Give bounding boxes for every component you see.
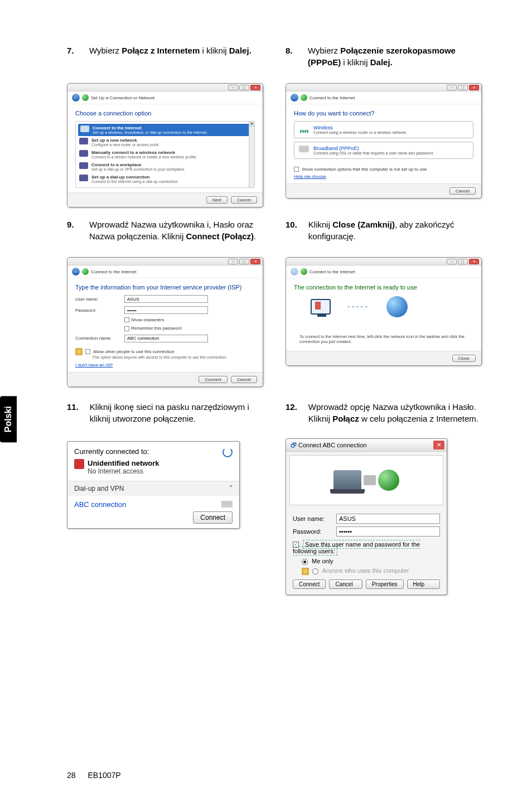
maximize-button[interactable]: ▢ xyxy=(239,85,249,90)
setup-connection-dialog: — ▢ ✕ ← Set Up a Connection or Network C… xyxy=(67,83,263,207)
close-button[interactable]: ✕ xyxy=(469,85,479,90)
network-icon xyxy=(74,459,84,469)
option-workplace[interactable]: Connect to a workplaceSet up a dial-up o… xyxy=(78,161,252,173)
step-number: 7. xyxy=(67,45,78,56)
back-icon[interactable]: ← xyxy=(72,94,80,102)
close-button[interactable]: ✕ xyxy=(433,441,444,450)
step11-text: Kliknij ikonę sieci na pasku narzędziowy… xyxy=(90,401,263,424)
dialog-title-prefix: Connect xyxy=(298,442,322,448)
network-globe-icon xyxy=(301,94,307,101)
username-label: User name: xyxy=(75,297,120,302)
step-number: 8. xyxy=(286,45,297,68)
properties-button[interactable]: Properties xyxy=(366,579,404,589)
connect-button[interactable]: Connect xyxy=(193,511,233,524)
chevron-up-icon[interactable]: ˄ xyxy=(229,485,233,492)
language-tab: Polski xyxy=(0,396,17,442)
dialog-title-name: ABC connection xyxy=(322,442,366,448)
connection-item[interactable]: ABC connection xyxy=(67,496,239,513)
no-isp-link[interactable]: I don't have an ISP xyxy=(75,363,113,368)
modem-icon xyxy=(299,146,309,152)
option-wireless[interactable]: Wireless Connect using a wireless router… xyxy=(294,121,473,138)
modem-icon xyxy=(364,475,376,485)
option-dialup[interactable]: Set up a dial-up connectionConnect to th… xyxy=(78,173,252,185)
dialog-heading: Choose a connection option xyxy=(75,110,255,117)
cancel-button[interactable]: Cancel xyxy=(329,579,362,589)
step-number: 12. xyxy=(286,401,297,424)
titlebar: — ▢ ✕ xyxy=(286,84,481,91)
close-button[interactable]: ✕ xyxy=(250,259,260,264)
flag-icon xyxy=(315,302,321,310)
hero-graphic xyxy=(311,296,473,317)
step-number: 9. xyxy=(67,219,78,242)
minimize-button[interactable]: — xyxy=(228,85,238,90)
next-time-note: To connect to the Internet next time, le… xyxy=(299,334,468,344)
username-label: User name: xyxy=(293,515,332,522)
globe-icon xyxy=(378,470,399,491)
dialog-heading: Type the information from your Internet … xyxy=(75,284,255,291)
help-choose-link[interactable]: Help me choose xyxy=(294,174,326,179)
wifi-bars-icon xyxy=(299,125,309,133)
options-list: Connect to the InternetSet up a wireless… xyxy=(75,121,255,188)
cancel-button[interactable]: Cancel xyxy=(231,196,257,204)
back-icon[interactable]: ← xyxy=(291,94,298,102)
close-button[interactable]: Close xyxy=(452,355,476,362)
allow-others-checkbox[interactable] xyxy=(85,349,90,354)
wireless-icon xyxy=(79,150,88,157)
maximize-button[interactable]: ▢ xyxy=(239,259,249,264)
globe-icon xyxy=(386,296,408,317)
router-icon xyxy=(79,138,88,144)
step-number: 10. xyxy=(286,219,297,242)
close-button[interactable]: ✕ xyxy=(469,259,479,264)
option-connect-internet[interactable]: Connect to the InternetSet up a wireless… xyxy=(78,124,252,136)
password-input[interactable] xyxy=(124,306,208,314)
anyone-label: Anyone who uses this computer xyxy=(322,567,409,574)
cancel-button[interactable]: Cancel xyxy=(231,376,257,383)
back-icon[interactable]: ← xyxy=(72,268,80,276)
minimize-button[interactable]: — xyxy=(447,85,457,90)
isp-info-dialog: — ▢ ✕ ← Connect to the Internet Type the… xyxy=(67,257,263,387)
remember-pass-checkbox[interactable] xyxy=(124,326,129,331)
username-input[interactable] xyxy=(336,514,440,524)
next-button[interactable]: Next xyxy=(206,196,228,204)
password-label: Password: xyxy=(293,528,332,535)
hero-graphic xyxy=(289,455,443,505)
me-only-radio[interactable] xyxy=(302,559,308,565)
network-name: Unidentified network xyxy=(88,459,159,467)
maximize-button[interactable]: ▢ xyxy=(458,85,468,90)
connection-name-label: Connection name: xyxy=(75,336,120,341)
help-button[interactable]: Help xyxy=(407,579,440,589)
connect-button[interactable]: Connect xyxy=(293,579,326,589)
step-number: 11. xyxy=(67,401,79,424)
option-setup-network[interactable]: Set up a new networkConfigure a new rout… xyxy=(78,136,252,148)
connect-button[interactable]: Connect xyxy=(199,376,228,383)
maximize-button[interactable]: ▢ xyxy=(458,259,468,264)
titlebar: — ▢ ✕ xyxy=(67,84,263,91)
cancel-button[interactable]: Cancel xyxy=(449,187,476,195)
password-label: Password: xyxy=(75,308,120,313)
step9-text: Wprowadź Nazwa użytkownika i, Hasło oraz… xyxy=(89,219,263,242)
laptop-icon xyxy=(333,470,361,490)
username-input[interactable] xyxy=(124,295,208,303)
dialog-title: Connect to the Internet xyxy=(309,269,355,274)
dialog-heading: How do you want to connect? xyxy=(294,110,473,117)
step10-text: Kliknij Close (Zamknij), aby zakończyć k… xyxy=(308,219,482,242)
page-number: 28 xyxy=(67,771,76,780)
section-header: Dial-up and VPN ˄ xyxy=(67,481,239,496)
save-credentials-label: Save this user name and password for the… xyxy=(293,540,420,556)
refresh-icon[interactable] xyxy=(223,447,233,457)
minimize-button[interactable]: — xyxy=(447,259,457,264)
password-input[interactable] xyxy=(336,526,440,537)
option-manual-wireless[interactable]: Manually connect to a wireless networkCo… xyxy=(78,148,252,161)
minimize-button[interactable]: — xyxy=(228,259,238,264)
scrollbar[interactable]: ▲ xyxy=(249,122,254,187)
option-broadband[interactable]: Broadband (PPPoE) Connect using DSL or c… xyxy=(294,142,473,159)
connect-internet-dialog: — ▢ ✕ ← Connect to the Internet How do y… xyxy=(286,83,482,199)
network-tray-popup: Currently connected to: Unidentified net… xyxy=(67,441,240,529)
scroll-up-icon[interactable]: ▲ xyxy=(249,122,254,127)
close-button[interactable]: ✕ xyxy=(250,85,260,90)
show-chars-checkbox[interactable] xyxy=(124,317,129,322)
show-options-label: Show connection options that this comput… xyxy=(302,167,427,172)
show-options-checkbox[interactable] xyxy=(294,167,299,172)
dialog-title: Connect to the Internet xyxy=(91,269,136,274)
connection-name-input[interactable] xyxy=(124,335,208,342)
